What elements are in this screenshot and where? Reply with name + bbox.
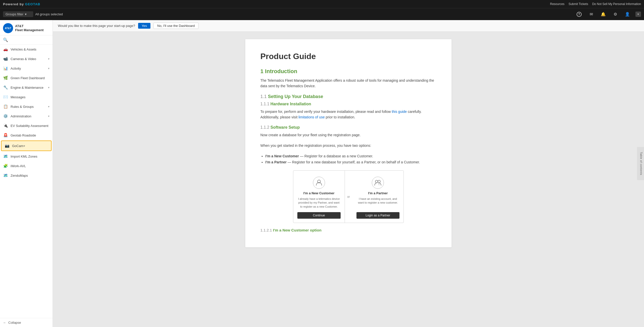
messages-icon: ✉️ [3, 95, 8, 99]
sidebar-item-vehicles[interactable]: 🚗 Vehicles & Assets [0, 44, 53, 54]
section1-heading: 1 Introduction [260, 68, 436, 75]
toc-label: Table of contents [640, 152, 642, 175]
sidebar-item-ev-suitability[interactable]: 🔌 EV Suitability Assessment [0, 121, 53, 130]
do-not-sell-link[interactable]: Do Not Sell My Personal Information [592, 2, 641, 6]
help-button[interactable]: ? [575, 10, 583, 18]
sidebar-item-green-fleet[interactable]: 🌿 Green Fleet Dashboard [0, 73, 53, 83]
list-item-partner-text: — Register for a new database for yourse… [288, 160, 420, 164]
list-item-new-customer-text: — Register for a database as a new Custo… [300, 154, 373, 158]
sidebar-item-administration[interactable]: ⚙️ Administration ▾ [0, 111, 53, 121]
sidebar-item-iwork-avl[interactable]: 🧩 iWork-AVL [0, 161, 53, 171]
continue-button[interactable]: Continue [297, 212, 341, 219]
section112-p1: Now create a database for your fleet usi… [260, 132, 436, 138]
sidebar-item-cameras-label: Cameras & Video [11, 57, 46, 61]
search-icon: 🔍 [3, 38, 8, 42]
doc-title: Product Guide [260, 52, 436, 61]
mail-icon: ✉ [590, 12, 593, 17]
sidebar-item-messages-label: Messages [11, 95, 50, 99]
sidebar-item-engine[interactable]: 🔧 Engine & Maintenance ▾ [0, 83, 53, 92]
groups-filter-button[interactable]: Groups filter ▾ [3, 11, 33, 17]
top-bar-right: Resources Submit Tickets Do Not Sell My … [550, 2, 641, 6]
section1-num: 1 [260, 68, 265, 74]
collapse-button[interactable]: ← Collapse [3, 321, 50, 324]
gear-icon: ⚙ [614, 12, 617, 17]
administration-icon: ⚙️ [3, 114, 8, 118]
reg-option-partner: I'm a Partner I have an existing account… [352, 171, 404, 223]
user-menu-button[interactable]: ▾ [635, 12, 641, 17]
resources-link[interactable]: Resources [550, 2, 565, 6]
section112-heading: 1.1.2 Software Setup [260, 125, 436, 130]
sidebar-footer: ← Collapse [0, 318, 53, 327]
import-kml-icon: 🗺️ [3, 154, 8, 159]
doc-area[interactable]: Product Guide 1 Introduction The Telemat… [53, 32, 644, 327]
sidebar-item-zendu-maps[interactable]: 🗺️ ZenduMaps [0, 171, 53, 180]
section112-title: Software Setup [270, 125, 300, 129]
notifications-button[interactable]: 🔔 [599, 10, 607, 18]
list-item-partner: I'm a Partner — Register for a new datab… [265, 159, 436, 165]
partner-desc: I have an existing account, and want to … [356, 197, 400, 209]
sidebar-item-iwork-avl-label: iWork-AVL [11, 164, 50, 168]
collapse-arrow-icon: ← [3, 321, 6, 324]
or-text: or [347, 195, 350, 199]
chevron-down-icon-activity: ▾ [48, 67, 50, 70]
user-profile-button[interactable]: 👤 [623, 10, 631, 18]
cameras-icon: 📹 [3, 57, 8, 61]
sidebar-item-geotab-roadside[interactable]: 🚨 Geotab Roadside [0, 130, 53, 140]
chevron-down-icon: ▾ [25, 12, 27, 16]
activity-icon: 📊 [3, 66, 8, 71]
reg-or-divider: or [345, 171, 352, 223]
section1-title: Introduction [265, 68, 297, 74]
login-as-partner-button[interactable]: Login as a Partner [356, 212, 400, 219]
sidebar-item-activity-label: Activity [11, 67, 46, 70]
this-guide-link[interactable]: this guide [392, 110, 407, 114]
startup-yes-button[interactable]: Yes [138, 23, 150, 29]
section111-title: Hardware Installation [270, 102, 311, 106]
settings-button[interactable]: ⚙ [611, 10, 619, 18]
table-of-contents-tab[interactable]: Table of contents [637, 147, 644, 180]
section11-title: Setting Up Your Database [268, 94, 323, 99]
geotab-roadside-icon: 🚨 [3, 133, 8, 137]
ev-suitability-icon: 🔌 [3, 123, 8, 128]
list-item-partner-bold: I'm a Partner [265, 160, 287, 164]
sidebar-item-administration-label: Administration [11, 114, 46, 118]
limitations-link[interactable]: limitations of use [298, 115, 325, 119]
sidebar-item-messages[interactable]: ✉️ Messages [0, 92, 53, 102]
section112-p2: When you get started in the registration… [260, 143, 436, 148]
partner-title: I'm a Partner [368, 191, 388, 195]
mail-button[interactable]: ✉ [587, 10, 595, 18]
sidebar: AT&T AT&T Fleet Management 🔍 🚗 Vehicles … [0, 20, 53, 327]
sidebar-item-import-kml[interactable]: 🗺️ Import KML Zones [0, 152, 53, 161]
reg-card-inner: I'm a New Customer I already have a tele… [293, 171, 404, 223]
new-customer-title: I'm a New Customer [303, 191, 335, 195]
startup-no-button[interactable]: No, I'll use the Dashboard [153, 23, 198, 29]
navbar: Groups filter ▾ All groups selected ? ✉ … [0, 8, 644, 20]
user-icon: 👤 [625, 12, 630, 17]
green-fleet-icon: 🌿 [3, 76, 8, 80]
sidebar-item-rules[interactable]: 📋 Rules & Groups ▾ [0, 102, 53, 111]
sidebar-item-gocam[interactable]: 📷 GoCam+ [1, 141, 52, 151]
registration-options-list: I'm a New Customer — Register for a data… [265, 153, 436, 165]
content-area: Would you like to make this page your st… [53, 20, 644, 327]
chevron-down-icon-engine: ▾ [48, 86, 50, 89]
groups-selected-text: All groups selected [35, 12, 63, 16]
top-bar-left: Powered by GEOTAB [3, 2, 40, 6]
submit-tickets-link[interactable]: Submit Tickets [569, 2, 588, 6]
startup-question: Would you like to make this page your st… [58, 24, 135, 28]
navbar-left: Groups filter ▾ All groups selected [3, 11, 63, 17]
section111-heading: 1.1.1 Hardware Installation [260, 102, 436, 106]
sidebar-header: AT&T AT&T Fleet Management [0, 20, 53, 35]
section1121-heading: 1.1.2.1 I'm a New Customer option [260, 228, 436, 232]
sidebar-search-button[interactable]: 🔍 [3, 37, 8, 42]
bell-icon: 🔔 [601, 12, 606, 17]
sidebar-search-area: 🔍 [0, 35, 53, 44]
sidebar-nav: 🚗 Vehicles & Assets 📹 Cameras & Video ▾ … [0, 44, 53, 318]
sidebar-item-gocam-label: GoCam+ [12, 144, 48, 148]
sidebar-item-activity[interactable]: 📊 Activity ▾ [0, 64, 53, 73]
iwork-avl-icon: 🧩 [3, 164, 8, 168]
partner-icon [372, 177, 384, 189]
doc-card: Product Guide 1 Introduction The Telemat… [245, 39, 452, 247]
new-customer-desc: I already have a telematics device provi… [297, 197, 341, 209]
groups-filter-label: Groups filter [6, 12, 23, 16]
sidebar-item-cameras[interactable]: 📹 Cameras & Video ▾ [0, 54, 53, 64]
section1-paragraph: The Telematics Fleet Management Applicat… [260, 78, 436, 89]
